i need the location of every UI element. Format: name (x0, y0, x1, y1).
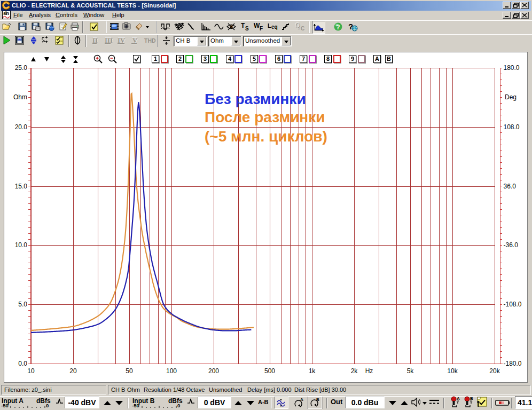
svg-text:-108.0: -108.0 (504, 301, 522, 308)
svg-text:5k: 5k (407, 367, 414, 375)
svg-text:Hz: Hz (365, 367, 373, 375)
svg-text:10k: 10k (447, 367, 458, 375)
svg-text:A: A (457, 396, 460, 401)
svg-text:100: 100 (166, 367, 177, 375)
svg-text:0.0: 0.0 (18, 360, 27, 367)
svg-text:25.0: 25.0 (15, 64, 28, 72)
svg-text:B: B (470, 396, 473, 401)
svg-text:5.0: 5.0 (18, 301, 27, 308)
svg-text:50: 50 (126, 367, 133, 375)
svg-text:36.0: 36.0 (504, 183, 517, 190)
svg-text:После разминки: После разминки (205, 109, 325, 125)
svg-text:10.0: 10.0 (15, 241, 28, 249)
svg-text:2k: 2k (351, 367, 358, 375)
svg-text:200: 200 (208, 367, 219, 375)
svg-text:Deg: Deg (505, 93, 517, 101)
svg-text:Ohm: Ohm (13, 93, 27, 101)
svg-text:-180.0: -180.0 (504, 360, 522, 367)
svg-text:108.0: 108.0 (504, 123, 520, 131)
svg-text:15.0: 15.0 (15, 183, 28, 190)
svg-text:-36.0: -36.0 (504, 241, 519, 249)
svg-text:A: A (300, 397, 303, 402)
svg-text:B: B (316, 397, 319, 402)
svg-text:Без разминки: Без разминки (205, 91, 306, 107)
svg-text:1k: 1k (309, 367, 316, 375)
svg-text:20k: 20k (489, 367, 500, 375)
svg-text:20.0: 20.0 (15, 123, 28, 131)
svg-text:500: 500 (264, 367, 275, 375)
svg-text:10: 10 (27, 367, 35, 375)
svg-text:(~5 млн. циклов): (~5 млн. циклов) (205, 128, 327, 145)
svg-text:180.0: 180.0 (504, 64, 520, 72)
svg-text:20: 20 (69, 367, 77, 375)
